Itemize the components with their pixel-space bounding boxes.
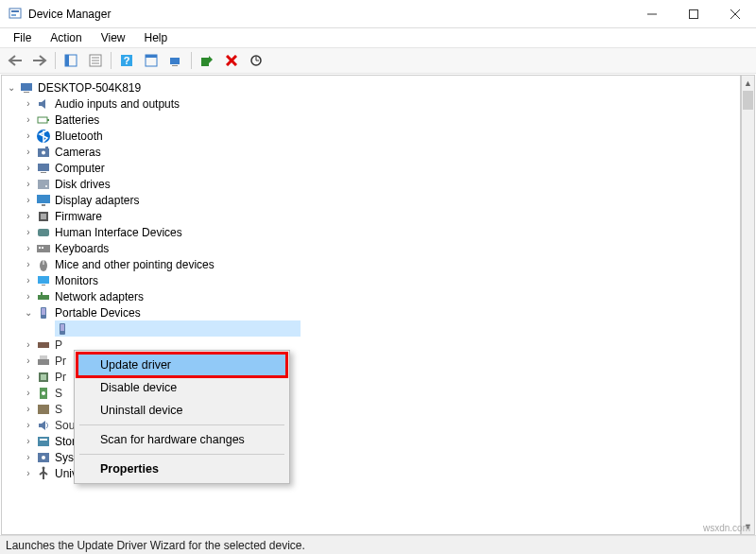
svg-rect-55 xyxy=(40,355,47,359)
back-button[interactable] xyxy=(4,50,26,71)
tree-device-selected[interactable] xyxy=(2,320,740,337)
tree-category[interactable]: ›Computer xyxy=(2,160,740,176)
forward-button[interactable] xyxy=(28,50,51,71)
expand-icon[interactable]: ⌄ xyxy=(21,305,36,320)
menu-help[interactable]: Help xyxy=(137,29,176,46)
expand-icon[interactable]: › xyxy=(21,289,36,304)
scan-button[interactable] xyxy=(164,50,187,71)
expand-icon[interactable]: › xyxy=(21,113,36,128)
tree-category[interactable]: ›Monitors xyxy=(2,272,740,288)
watermark: wsxdn.com xyxy=(703,523,750,533)
expand-icon[interactable]: › xyxy=(21,370,36,385)
expand-icon[interactable]: › xyxy=(21,434,36,449)
context-item-scan-for-hardware-changes[interactable]: Scan for hardware changes xyxy=(77,428,286,451)
close-button[interactable] xyxy=(714,0,756,28)
show-hide-button[interactable] xyxy=(60,50,82,71)
svg-rect-41 xyxy=(39,247,41,249)
maximize-button[interactable] xyxy=(673,0,714,28)
keyboard-icon xyxy=(36,241,51,256)
expand-icon[interactable]: › xyxy=(21,96,36,112)
expand-icon[interactable]: › xyxy=(21,450,36,465)
svg-rect-48 xyxy=(41,292,43,295)
tree-category[interactable]: ›Cameras xyxy=(2,144,740,160)
port-icon xyxy=(36,338,51,353)
tree-root-label: DESKTOP-504K819 xyxy=(38,81,141,95)
disk-icon xyxy=(36,177,51,192)
scroll-thumb[interactable] xyxy=(743,91,753,110)
expand-icon[interactable]: › xyxy=(21,177,36,192)
battery-icon xyxy=(36,113,51,128)
svg-rect-18 xyxy=(172,65,178,66)
tree-category[interactable]: ›Bluetooth xyxy=(2,128,740,144)
menu-action[interactable]: Action xyxy=(43,29,89,46)
expand-icon[interactable]: › xyxy=(21,209,36,224)
tree-category[interactable]: ›Mice and other pointing devices xyxy=(2,256,740,272)
expand-icon[interactable]: › xyxy=(21,338,36,353)
expand-icon[interactable]: › xyxy=(21,129,36,144)
svg-rect-42 xyxy=(42,247,43,249)
expand-icon[interactable]: › xyxy=(21,257,36,272)
vertical-scrollbar[interactable]: ▲ ▼ xyxy=(741,75,755,535)
svg-point-30 xyxy=(42,150,45,154)
collapse-icon[interactable]: ⌄ xyxy=(4,80,19,95)
context-item-uninstall-device[interactable]: Uninstall device xyxy=(77,399,286,422)
menubar: File Action View Help xyxy=(0,28,756,47)
svg-rect-24 xyxy=(24,92,29,93)
context-item-update-driver[interactable]: Update driver xyxy=(77,354,286,376)
tree-category[interactable]: ›Firmware xyxy=(2,208,740,224)
svg-rect-17 xyxy=(170,58,180,64)
expand-icon[interactable]: › xyxy=(21,466,36,481)
svg-rect-8 xyxy=(65,55,69,66)
tree-category[interactable]: ›Network adapters xyxy=(2,288,740,304)
tree-category[interactable]: ›Display adapters xyxy=(2,192,740,208)
svg-point-64 xyxy=(42,456,45,459)
svg-rect-25 xyxy=(38,117,47,123)
tree-category-label: S xyxy=(55,403,62,416)
svg-rect-29 xyxy=(45,147,48,148)
tree-category[interactable]: ›Keyboards xyxy=(2,240,740,256)
context-item-disable-device[interactable]: Disable device xyxy=(77,376,286,399)
enable-button[interactable] xyxy=(196,50,218,71)
menu-view[interactable]: View xyxy=(94,29,133,46)
menu-file[interactable]: File xyxy=(6,29,39,46)
tree-category-label: Human Interface Devices xyxy=(55,226,182,239)
window-title: Device Manager xyxy=(28,8,631,21)
action-button[interactable] xyxy=(140,50,163,71)
tree-category-label: Network adapters xyxy=(55,290,144,303)
titlebar: Device Manager xyxy=(0,0,756,28)
expand-icon[interactable]: › xyxy=(21,161,36,176)
svg-rect-57 xyxy=(41,374,46,380)
help-button[interactable]: ? xyxy=(115,50,138,71)
expand-icon[interactable]: › xyxy=(21,402,36,417)
expand-icon[interactable]: › xyxy=(21,225,36,240)
context-item-properties[interactable]: Properties xyxy=(77,458,286,480)
minimize-button[interactable] xyxy=(631,0,673,28)
uninstall-button[interactable] xyxy=(220,50,243,71)
expand-icon[interactable]: › xyxy=(21,193,36,208)
svg-rect-4 xyxy=(690,9,698,18)
tree-category[interactable]: ›Batteries xyxy=(2,112,740,128)
tree-category[interactable]: ›Audio inputs and outputs xyxy=(2,95,740,112)
expand-icon[interactable]: › xyxy=(21,354,36,369)
expand-icon[interactable]: › xyxy=(21,145,36,160)
expand-icon[interactable]: › xyxy=(21,241,36,256)
tree-root[interactable]: ⌄DESKTOP-504K819 xyxy=(2,79,740,95)
properties-button[interactable] xyxy=(84,50,107,71)
tree-category[interactable]: ›Disk drives xyxy=(2,176,740,192)
expand-icon[interactable]: › xyxy=(21,273,36,288)
svg-rect-16 xyxy=(146,55,157,58)
display-icon xyxy=(36,193,51,208)
app-icon xyxy=(8,7,23,22)
security-icon xyxy=(36,386,51,401)
update-button[interactable] xyxy=(245,50,267,71)
expand-icon[interactable]: › xyxy=(21,386,36,401)
portable-icon xyxy=(36,305,51,320)
tree-category[interactable]: ›Human Interface Devices xyxy=(2,224,740,240)
computer-root-icon xyxy=(19,80,34,95)
tree-category[interactable]: ⌄Portable Devices xyxy=(2,304,740,320)
svg-rect-52 xyxy=(60,324,64,331)
svg-rect-61 xyxy=(38,437,49,446)
mouse-icon xyxy=(36,257,51,272)
expand-icon[interactable]: › xyxy=(21,418,36,433)
scroll-up-button[interactable]: ▲ xyxy=(742,76,754,91)
